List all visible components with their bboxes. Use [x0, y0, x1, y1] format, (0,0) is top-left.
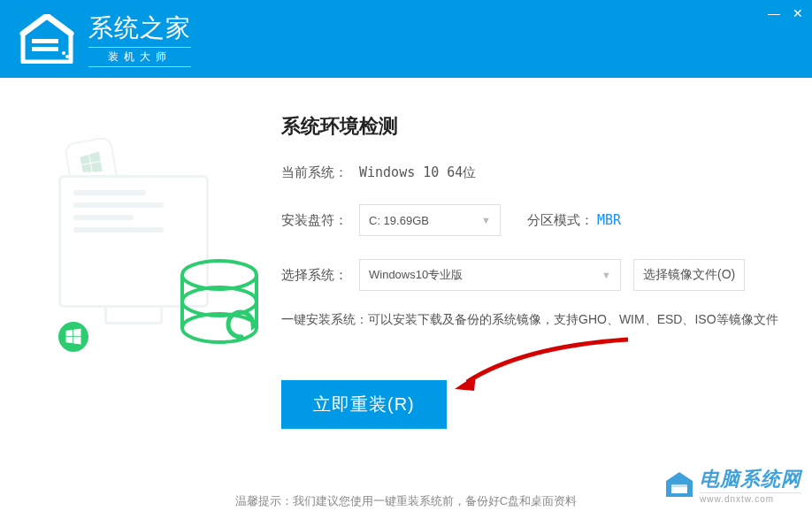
svg-rect-13	[671, 484, 687, 487]
svg-point-3	[65, 55, 69, 58]
page-heading: 系统环境检测	[281, 113, 778, 140]
partition-mode-label: 分区模式：	[527, 212, 594, 227]
reinstall-button[interactable]: 立即重装(R)	[281, 380, 447, 429]
current-os-value: Windows 10 64位	[359, 164, 476, 181]
svg-rect-1	[32, 47, 58, 51]
current-os-label: 当前系统：	[281, 164, 359, 181]
app-title: 系统之家	[88, 11, 191, 45]
watermark-cn: 电脑系统网	[700, 466, 801, 492]
title-bar: 系统之家 装机大师 — ✕	[0, 0, 812, 78]
minimize-button[interactable]: —	[768, 7, 780, 19]
app-subtitle: 装机大师	[88, 47, 191, 67]
select-system-value: Windows10专业版	[369, 267, 463, 283]
select-system-label: 选择系统：	[281, 267, 359, 284]
watermark-icon	[664, 470, 694, 500]
windows-flag-icon	[65, 328, 82, 346]
choose-image-button[interactable]: 选择镜像文件(O)	[633, 259, 745, 291]
install-drive-value: C: 19.69GB	[369, 214, 429, 227]
watermark-logo: 电脑系统网 www.dnxtw.com	[664, 466, 801, 504]
disk-icon	[175, 253, 264, 359]
svg-rect-0	[32, 39, 58, 43]
watermark-en: www.dnxtw.com	[700, 492, 801, 504]
house-icon	[16, 14, 78, 64]
svg-point-4	[182, 261, 257, 289]
help-text: 一键安装系统：可以安装下载及备份的系统镜像，支持GHO、WIM、ESD、ISO等…	[281, 309, 778, 331]
illustration	[34, 140, 264, 343]
close-button[interactable]: ✕	[793, 7, 803, 19]
svg-point-2	[62, 51, 65, 55]
partition-mode-value[interactable]: MBR	[597, 212, 621, 228]
install-drive-label: 安装盘符：	[281, 212, 359, 229]
windows-icon	[78, 150, 104, 177]
current-os-row: 当前系统： Windows 10 64位	[281, 164, 778, 181]
select-system-select[interactable]: Windows10专业版 ▼	[359, 259, 621, 291]
caret-down-icon: ▼	[481, 215, 491, 225]
svg-point-6	[182, 314, 257, 342]
caret-down-icon: ▼	[601, 270, 611, 280]
install-drive-select[interactable]: C: 19.69GB ▼	[359, 204, 501, 236]
app-logo: 系统之家 装机大师	[16, 11, 191, 67]
